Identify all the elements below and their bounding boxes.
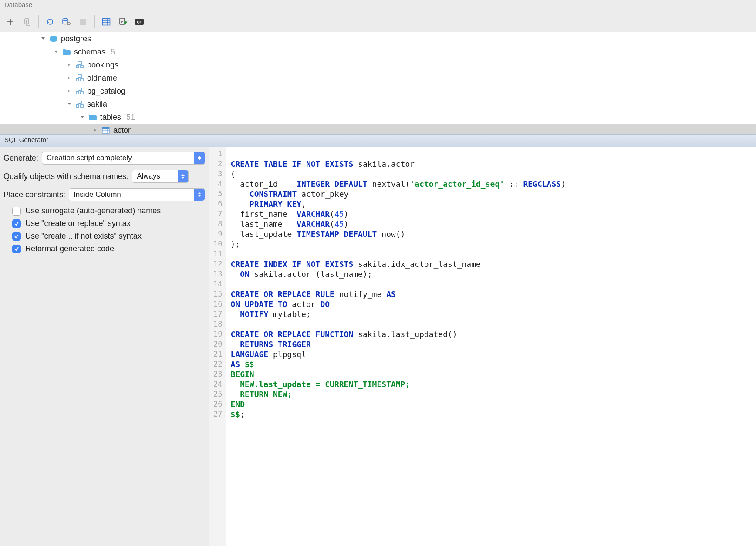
stop-icon xyxy=(76,15,90,29)
code-token: ); xyxy=(230,239,240,249)
generate-label: Generate: xyxy=(3,154,38,163)
code-token: CONSTRAINT xyxy=(250,189,297,199)
tree-item-label: schemas xyxy=(74,47,105,57)
tree-item-tables[interactable]: tables 51 xyxy=(0,111,756,124)
checkbox-checked-icon[interactable] xyxy=(12,219,21,228)
svg-rect-10 xyxy=(78,62,81,64)
svg-rect-21 xyxy=(81,105,83,107)
svg-rect-5 xyxy=(103,18,110,25)
tree-item-label: pg_catalog xyxy=(87,87,125,96)
tree-item-schema[interactable]: oldname xyxy=(0,71,756,84)
table-icon xyxy=(101,126,111,134)
sql-code-viewer[interactable]: 1 2 3 4 5 6 7 8 9 10 11 12 13 14 15 16 1… xyxy=(209,147,756,546)
code-token xyxy=(230,199,249,209)
schema-icon xyxy=(75,100,84,108)
sql-code-content[interactable]: CREATE TABLE IF NOT EXISTS sakila.actor … xyxy=(226,147,565,546)
schema-icon xyxy=(75,74,84,82)
tree-item-schema[interactable]: pg_catalog xyxy=(0,84,756,98)
tree-item-label: actor xyxy=(113,126,131,135)
code-token: ( xyxy=(230,169,235,179)
code-token xyxy=(230,270,240,279)
chevron-right-icon[interactable] xyxy=(66,75,72,81)
svg-rect-0 xyxy=(25,19,29,24)
chevron-right-icon[interactable] xyxy=(66,88,72,94)
edit-ddl-icon[interactable] xyxy=(116,15,130,29)
code-token: sakila.last_updated() xyxy=(353,330,457,339)
code-token: CREATE TABLE IF NOT EXISTS xyxy=(230,159,353,169)
sql-generator-header: SQL Generator xyxy=(0,134,756,147)
svg-rect-23 xyxy=(102,127,109,129)
chevron-down-icon[interactable] xyxy=(40,36,46,42)
code-token: last_update xyxy=(230,229,297,239)
svg-rect-12 xyxy=(81,66,83,68)
tree-item-count: 5 xyxy=(111,47,115,57)
table-editor-icon[interactable] xyxy=(99,15,113,29)
code-token: 'actor_actor_id_seq' xyxy=(410,179,504,189)
schema-icon xyxy=(75,87,84,95)
constraints-label: Place constraints: xyxy=(3,190,65,199)
chevron-right-icon[interactable] xyxy=(92,127,98,133)
svg-rect-1 xyxy=(26,20,30,25)
code-token: mytable; xyxy=(268,310,311,319)
folder-icon xyxy=(62,48,71,56)
code-token: ) xyxy=(344,219,349,229)
code-token: NOTIFY xyxy=(240,310,268,319)
code-token: $$ xyxy=(230,410,240,419)
generate-select[interactable]: Creation script completely xyxy=(42,152,205,165)
checkbox-unchecked-icon[interactable] xyxy=(12,207,21,216)
option-label: Use surrogate (auto-generated) names xyxy=(25,206,161,216)
chevron-down-icon[interactable] xyxy=(53,49,59,55)
tree-item-schemas[interactable]: schemas 5 xyxy=(0,45,756,58)
svg-text:QL: QL xyxy=(137,20,142,24)
code-token: PRIMARY KEY xyxy=(250,199,301,209)
option-if-not-exists[interactable]: Use "create... if not exists" syntax xyxy=(12,232,205,241)
sql-generator-title: SQL Generator xyxy=(4,136,48,143)
chevron-right-icon[interactable] xyxy=(66,62,72,68)
chevron-down-icon[interactable] xyxy=(79,114,85,120)
code-token: DO xyxy=(320,300,330,309)
constraints-select[interactable]: Inside Column xyxy=(69,188,205,201)
option-surrogate-names[interactable]: Use surrogate (auto-generated) names xyxy=(12,206,205,216)
select-caret-icon xyxy=(194,152,205,164)
code-token: sakila.idx_actor_last_name xyxy=(353,260,481,269)
tree-item-database[interactable]: postgres xyxy=(0,32,756,45)
refresh-icon[interactable] xyxy=(43,15,57,29)
code-token: plpgsql xyxy=(268,350,306,359)
checkbox-checked-icon[interactable] xyxy=(12,232,21,241)
code-token: AS xyxy=(386,290,396,299)
option-label: Use "create or replace" syntax xyxy=(25,219,131,228)
copy-icon[interactable] xyxy=(20,15,34,29)
select-caret-icon xyxy=(194,189,205,201)
option-reformat-code[interactable]: Reformat generated code xyxy=(12,244,205,253)
checkbox-checked-icon[interactable] xyxy=(12,245,21,253)
code-token xyxy=(230,189,249,199)
select-value: Creation script completely xyxy=(47,154,132,162)
tree-item-schema[interactable]: bookings xyxy=(0,58,756,71)
code-token: nextval( xyxy=(368,179,410,189)
code-token: CREATE OR REPLACE RULE xyxy=(230,290,334,299)
code-token: , xyxy=(301,199,306,209)
code-token: AS xyxy=(230,360,245,369)
svg-rect-14 xyxy=(76,79,79,81)
option-label: Reformat generated code xyxy=(25,244,114,253)
code-token: actor_pkey xyxy=(297,189,348,199)
tree-item-schema[interactable]: sakila xyxy=(0,98,756,111)
code-token: 45 xyxy=(334,219,344,229)
data-source-properties-icon[interactable] xyxy=(60,15,74,29)
chevron-down-icon[interactable] xyxy=(66,101,72,107)
open-console-icon[interactable]: QL xyxy=(132,15,146,29)
tree-item-label: sakila xyxy=(87,100,107,109)
svg-rect-18 xyxy=(81,92,83,94)
tree-item-table[interactable]: actor xyxy=(0,124,756,134)
code-token: first_name xyxy=(230,209,297,219)
add-icon[interactable] xyxy=(3,15,17,29)
tree-item-label: oldname xyxy=(87,74,117,83)
select-value: Always xyxy=(137,172,160,181)
option-create-or-replace[interactable]: Use "create or replace" syntax xyxy=(12,219,205,228)
select-value: Inside Column xyxy=(74,190,121,199)
code-token: 45 xyxy=(334,209,344,219)
database-tree[interactable]: postgres schemas 5 bookings oldname pg_c… xyxy=(0,32,756,134)
qualify-select[interactable]: Always xyxy=(132,170,189,183)
code-token: TIMESTAMP DEFAULT xyxy=(297,229,377,239)
code-token: RETURN NEW; xyxy=(230,390,292,399)
